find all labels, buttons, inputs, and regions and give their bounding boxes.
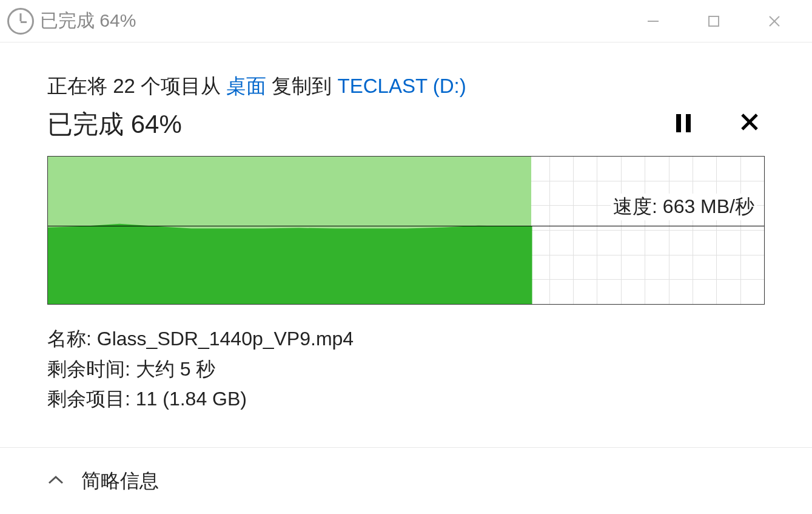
content-area: 正在将 22 个项目从 桌面 复制到 TECLAST (D:) 已完成 64% <box>0 42 812 414</box>
collapse-button[interactable] <box>47 475 64 488</box>
speed-indicator-line <box>48 226 764 226</box>
chart-speed-area <box>48 157 532 304</box>
titlebar: 已完成 64% <box>0 0 812 42</box>
detail-items: 剩余项目: 11 (1.84 GB) <box>47 384 765 414</box>
speed-chart: 速度: 663 MB/秒 <box>47 156 765 305</box>
detail-name: 名称: Glass_SDR_1440p_VP9.mp4 <box>47 324 765 354</box>
progress-label: 已完成 64% <box>47 107 675 141</box>
window-title: 已完成 64% <box>40 8 641 33</box>
copy-prefix: 正在将 22 个项目从 <box>47 75 226 97</box>
details-section: 名称: Glass_SDR_1440p_VP9.mp4 剩余时间: 大约 5 秒… <box>47 324 765 414</box>
destination-link[interactable]: TECLAST (D:) <box>338 75 466 97</box>
progress-row: 已完成 64% <box>47 107 765 141</box>
clock-icon <box>7 8 34 35</box>
footer: 简略信息 <box>0 447 812 514</box>
speed-label: 速度: 663 MB/秒 <box>611 194 757 220</box>
cancel-button[interactable] <box>740 113 759 136</box>
svg-rect-5 <box>686 114 691 132</box>
detail-time: 剩余时间: 大约 5 秒 <box>47 354 765 385</box>
copy-description: 正在将 22 个项目从 桌面 复制到 TECLAST (D:) <box>47 73 765 100</box>
pause-button[interactable] <box>675 113 692 136</box>
close-button[interactable] <box>762 9 787 33</box>
footer-label[interactable]: 简略信息 <box>81 468 159 495</box>
minimize-button[interactable] <box>641 9 665 33</box>
action-buttons <box>675 113 765 136</box>
svg-rect-1 <box>709 16 719 26</box>
window-controls <box>641 9 805 33</box>
copy-middle: 复制到 <box>266 75 337 97</box>
maximize-button[interactable] <box>702 9 726 33</box>
svg-rect-4 <box>676 114 681 132</box>
source-link[interactable]: 桌面 <box>226 75 266 97</box>
